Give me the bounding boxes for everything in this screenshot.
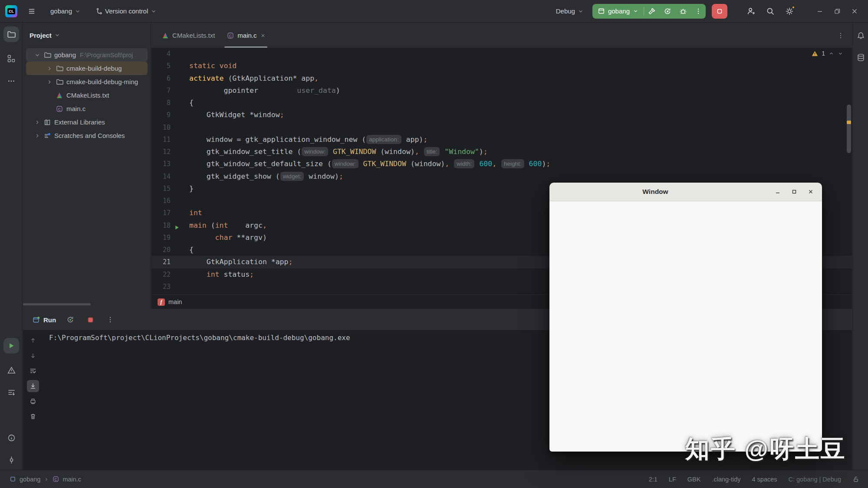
tree-chevron-icon[interactable]	[44, 79, 55, 85]
run-widget-more-button[interactable]	[691, 4, 706, 19]
database-tool-button[interactable]	[854, 51, 867, 64]
tree-chevron-icon[interactable]	[44, 66, 55, 72]
project-panel-header[interactable]: Project	[23, 23, 151, 47]
structure-tool-button[interactable]	[3, 51, 19, 66]
nav-up-button[interactable]	[27, 334, 39, 347]
line-number[interactable]: 5	[151, 60, 171, 72]
tree-item[interactable]: gobangF:\ProgramSoft\proj	[26, 48, 148, 62]
run-panel-more-button[interactable]	[105, 314, 116, 325]
print-button[interactable]	[27, 395, 39, 407]
version-control-tool-button[interactable]	[3, 452, 19, 468]
line-number[interactable]: 20	[151, 244, 171, 256]
minimize-button[interactable]	[813, 5, 826, 18]
search-everywhere-button[interactable]	[763, 4, 778, 19]
code-line[interactable]: 8{	[151, 97, 852, 109]
line-number[interactable]: 12	[151, 146, 171, 158]
build-button[interactable]	[644, 4, 660, 19]
main-menu-button[interactable]	[23, 4, 40, 19]
code-line[interactable]: 10	[151, 121, 852, 134]
soft-wrap-button[interactable]	[27, 365, 39, 377]
line-number[interactable]: 18	[151, 219, 171, 232]
stop-console-button[interactable]	[85, 314, 96, 325]
tree-item[interactable]: Cmain.c	[26, 102, 148, 115]
tree-chevron-icon[interactable]	[32, 52, 43, 58]
tree-item[interactable]: cmake-build-debug	[26, 62, 148, 75]
line-number[interactable]: 11	[151, 134, 171, 146]
restore-button[interactable]	[831, 5, 844, 18]
nav-down-button[interactable]	[27, 350, 39, 362]
tree-item[interactable]: cmake-build-debug-ming	[26, 75, 148, 88]
project-tool-button[interactable]	[3, 26, 19, 42]
tree-item[interactable]: External Libraries	[26, 115, 148, 129]
caret-position[interactable]: 2:1	[649, 476, 658, 483]
error-stripe-warning-mark[interactable]	[847, 121, 851, 124]
code-line[interactable]: 5static void	[151, 60, 852, 72]
problems-tool-button[interactable]	[3, 362, 19, 378]
line-number[interactable]: 15	[151, 183, 171, 195]
line-number[interactable]: 17	[151, 207, 171, 219]
line-number[interactable]: 6	[151, 72, 171, 85]
settings-button[interactable]	[782, 4, 797, 19]
tab-bar-options-button[interactable]	[837, 23, 852, 48]
stop-button[interactable]	[712, 4, 727, 19]
unlock-icon[interactable]	[852, 476, 859, 483]
line-ending[interactable]: LF	[669, 476, 676, 483]
gtk-close-button[interactable]	[806, 187, 816, 197]
code-line[interactable]: 13 gtk_window_set_default_size (window: …	[151, 158, 852, 170]
clear-console-button[interactable]	[27, 410, 39, 422]
debug-button[interactable]	[675, 4, 691, 19]
gtk-minimize-button[interactable]	[773, 187, 783, 197]
editor-scrollbar-track[interactable]	[846, 48, 851, 295]
code-line[interactable]: 11 window = gtk_application_window_new (…	[151, 134, 852, 146]
breadcrumb-function[interactable]: main	[168, 298, 182, 305]
chevron-down-icon[interactable]	[838, 51, 843, 56]
tree-item[interactable]: Scratches and Consoles	[26, 129, 148, 142]
line-number[interactable]: 13	[151, 158, 171, 170]
tab-close-icon[interactable]: ×	[261, 32, 265, 39]
file-encoding[interactable]: GBK	[687, 476, 701, 483]
code-line[interactable]: 14 gtk_widget_show (widget: window);	[151, 170, 852, 183]
code-with-me-button[interactable]	[744, 4, 759, 19]
code-line[interactable]: 9 GtkWidget *window;	[151, 109, 852, 121]
rerun-button[interactable]	[660, 4, 675, 19]
scroll-to-end-button[interactable]	[27, 380, 39, 392]
editor-scrollbar-thumb[interactable]	[847, 105, 851, 153]
tree-chevron-icon[interactable]	[32, 119, 43, 125]
project-selector[interactable]: gobang	[46, 4, 85, 19]
close-button[interactable]	[848, 5, 861, 18]
services-tool-button[interactable]	[3, 384, 19, 400]
inspections-widget[interactable]: 1	[812, 50, 843, 57]
run-tool-button[interactable]	[3, 338, 19, 354]
line-number[interactable]: 10	[151, 121, 171, 134]
line-number[interactable]: 16	[151, 195, 171, 207]
clang-tidy[interactable]: .clang-tidy	[712, 476, 740, 483]
tab-main-c[interactable]: C main.c ×	[221, 23, 271, 48]
code-line[interactable]: 7 gpointer user_data)	[151, 85, 852, 97]
line-number[interactable]: 8	[151, 97, 171, 109]
status-breadcrumb-project[interactable]: gobang	[20, 476, 40, 483]
code-line[interactable]: 4	[151, 48, 852, 60]
rerun-console-button[interactable]	[65, 314, 76, 325]
more-tools-button[interactable]	[3, 73, 19, 89]
resolve-context[interactable]: C: gobang | Debug	[789, 476, 841, 483]
vcs-selector[interactable]: Version control	[91, 4, 161, 19]
indent-setting[interactable]: 4 spaces	[752, 476, 777, 483]
gtk-maximize-button[interactable]	[789, 187, 799, 197]
project-horizontal-scrollbar[interactable]	[23, 303, 91, 305]
line-number[interactable]: 19	[151, 232, 171, 244]
line-number[interactable]: 14	[151, 170, 171, 183]
tree-item[interactable]: CMakeLists.txt	[26, 88, 148, 102]
line-number[interactable]: 21	[151, 256, 171, 268]
run-tab[interactable]: Run	[33, 316, 56, 324]
tab-cmakelists[interactable]: CMakeLists.txt	[156, 23, 221, 48]
status-breadcrumb-file[interactable]: main.c	[62, 476, 81, 483]
gtk-titlebar[interactable]: Window	[549, 183, 822, 201]
code-line[interactable]: 12 gtk_window_set_title (window: GTK_WIN…	[151, 146, 852, 158]
line-number[interactable]: 4	[151, 48, 171, 60]
run-target-selector[interactable]: gobang	[592, 4, 644, 19]
run-config-selector[interactable]: Debug	[552, 4, 588, 19]
notifications-button[interactable]	[854, 29, 867, 42]
line-number[interactable]: 23	[151, 281, 171, 293]
problems-view-button[interactable]	[3, 430, 19, 445]
line-number[interactable]: 22	[151, 269, 171, 281]
